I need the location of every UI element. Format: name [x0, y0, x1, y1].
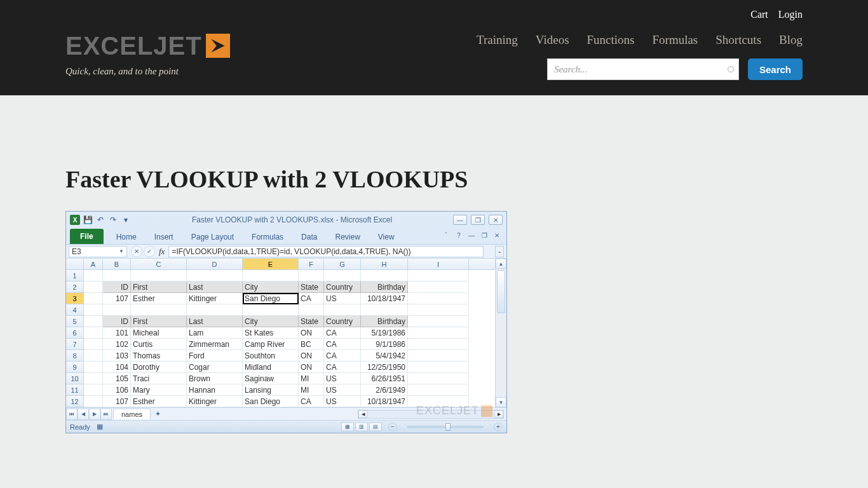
fx-enter-icon: ✓ [144, 246, 155, 257]
table-cell: Cogar [187, 362, 243, 373]
macro-record-icon: ▦ [97, 423, 103, 431]
ribbon-tab-insert: Insert [146, 230, 182, 244]
logo-mark-icon [206, 34, 230, 58]
table-cell: Traci [131, 373, 187, 384]
ribbon-tab-data: Data [292, 230, 326, 244]
nav-videos[interactable]: Videos [536, 33, 569, 47]
table-cell [299, 304, 324, 316]
table-header-cell [84, 316, 103, 327]
sheet-nav-prev-icon: ◀ [78, 409, 89, 420]
nav-functions[interactable]: Functions [587, 33, 635, 47]
qat-redo-icon: ↷ [108, 215, 118, 225]
table-header-cell [408, 281, 469, 293]
row-header: 6 [66, 327, 84, 339]
column-header: F [299, 259, 324, 269]
zoom-in-icon: + [494, 423, 503, 431]
column-header: H [361, 259, 408, 269]
table-cell: US [324, 384, 361, 396]
search-button[interactable]: Search [748, 58, 803, 80]
column-header: E [243, 259, 299, 269]
table-cell: Zimmerman [187, 339, 243, 350]
nav-blog[interactable]: Blog [779, 33, 803, 47]
qat-undo-icon: ↶ [95, 215, 105, 225]
table-cell [299, 270, 324, 281]
column-header: G [324, 259, 361, 269]
zoom-out-icon: − [388, 423, 397, 431]
table-cell: St Kates [243, 327, 299, 339]
table-cell [324, 270, 361, 281]
table-cell [243, 304, 299, 316]
logo[interactable]: EXCELJET [65, 33, 230, 58]
table-cell: Hannan [187, 384, 243, 396]
table-header-cell: City [243, 316, 299, 327]
login-link[interactable]: Login [778, 9, 803, 20]
table-cell: 106 [103, 384, 131, 396]
row-header: 3 [66, 293, 84, 304]
fx-label-icon: fx [159, 247, 165, 257]
table-cell: BC [299, 339, 324, 350]
table-cell: 5/4/1942 [361, 350, 408, 362]
excel-app-icon: X [70, 215, 80, 225]
table-cell [131, 270, 187, 281]
nav-training[interactable]: Training [477, 33, 518, 47]
scroll-up-icon: ▲ [496, 259, 506, 269]
table-header-cell: First [131, 316, 187, 327]
window-restore-icon: ❐ [471, 215, 485, 225]
column-header: B [103, 259, 131, 269]
table-cell: Dorothy [131, 362, 187, 373]
ribbon-tab-review: Review [326, 230, 369, 244]
window-minimize-icon: — [453, 215, 467, 225]
scroll-thumb [497, 270, 505, 313]
table-cell [408, 373, 469, 384]
nav-shortcuts[interactable]: Shortcuts [715, 33, 761, 47]
table-cell: CA [324, 362, 361, 373]
row-header: 8 [66, 350, 84, 362]
table-header-cell: Birthday [361, 316, 408, 327]
table-cell: Lam [187, 327, 243, 339]
table-header-cell: ID [103, 316, 131, 327]
logo-text: EXCELJET [65, 33, 202, 58]
row-header: 1 [66, 270, 84, 281]
table-cell [84, 384, 103, 396]
cart-link[interactable]: Cart [750, 9, 768, 20]
table-header-cell [408, 316, 469, 327]
search-form: Search [547, 58, 803, 80]
table-cell: US [324, 396, 361, 407]
table-cell [361, 304, 408, 316]
table-cell: MI [299, 373, 324, 384]
zoom-slider [407, 426, 484, 428]
table-cell: Lansing [243, 384, 299, 396]
table-cell: CA [324, 327, 361, 339]
ribbon-tab-formulas: Formulas [243, 230, 292, 244]
site-header: Cart Login EXCELJET Quick, clean, and to… [0, 0, 868, 95]
table-header-cell: Birthday [361, 281, 408, 293]
row-header: 9 [66, 362, 84, 373]
sheet-nav-first-icon: ⏮ [66, 409, 78, 420]
table-cell [408, 350, 469, 362]
table-cell: San Diego [243, 396, 299, 407]
sheet-add-icon: ✦ [151, 410, 165, 418]
table-cell: 2/6/1949 [361, 384, 408, 396]
table-cell: Ford [187, 350, 243, 362]
table-cell: Thomas [131, 350, 187, 362]
table-cell: ON [299, 327, 324, 339]
excel-document-title: Faster VLOOKUP with 2 VLOOKUPS.xlsx - Mi… [131, 215, 453, 224]
nav-formulas[interactable]: Formulas [652, 33, 698, 47]
table-cell [84, 304, 103, 316]
table-cell: 107 [103, 293, 131, 304]
table-header-cell: Country [324, 281, 361, 293]
table-header-cell: Last [187, 281, 243, 293]
table-cell [408, 293, 469, 304]
table-cell: CA [299, 293, 324, 304]
search-input[interactable] [547, 58, 739, 80]
table-cell: US [324, 293, 361, 304]
row-header: 12 [66, 396, 84, 407]
table-cell: 102 [103, 339, 131, 350]
table-cell [103, 270, 131, 281]
search-clear-icon[interactable] [728, 66, 734, 72]
workbook-minimize-icon: — [467, 231, 476, 240]
table-header-cell: First [131, 281, 187, 293]
table-cell: Micheal [131, 327, 187, 339]
table-cell [84, 373, 103, 384]
sheet-tab-names: names [113, 409, 151, 419]
